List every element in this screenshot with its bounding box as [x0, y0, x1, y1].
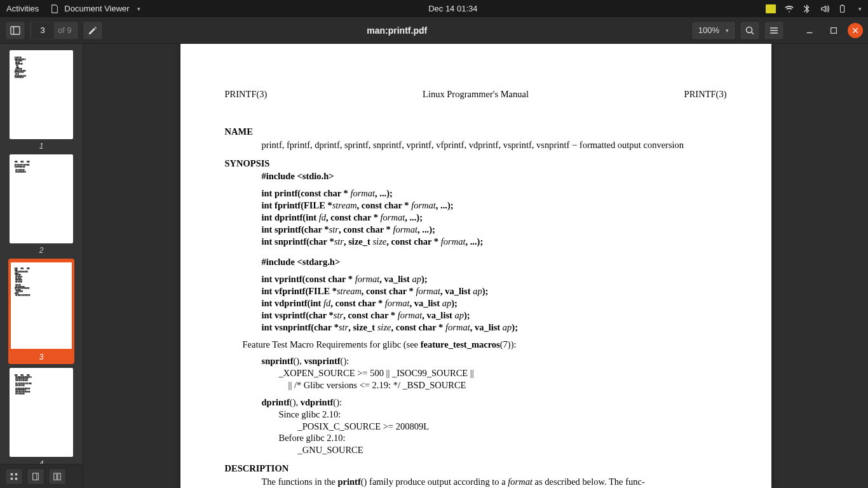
ftm-line: || /* Glibc versions <= 2.19: */ _BSD_SO… [288, 379, 727, 391]
bluetooth-icon[interactable] [803, 4, 811, 13]
wifi-icon[interactable] [785, 4, 794, 13]
annotate-button[interactable] [83, 21, 103, 40]
section-heading: DESCRIPTION [225, 463, 727, 475]
thumbnail-page[interactable]: ███ ███ ██████ ██ █ ███ ██ ███████ ███ █… [8, 259, 74, 364]
svg-point-4 [747, 27, 752, 32]
section-heading: NAME [225, 126, 727, 138]
synopsis-line: int dprintf(int fd, const char * format,… [262, 212, 727, 224]
svg-rect-7 [831, 27, 837, 33]
ftm-line: _POSIX_C_SOURCE >= 200809L [298, 421, 727, 433]
thumbnail-sidebar: █ ███ ██████ ███ ██ █ ██ █ ███ ██ ██ ███… [0, 44, 83, 488]
system-menu-icon[interactable]: ▾ [858, 6, 862, 12]
app-menu[interactable]: Document Viewer ▾ [50, 4, 140, 13]
synopsis-line: int printf(const char * format, ...); [262, 187, 727, 200]
ftm-line: _XOPEN_SOURCE >= 500 || _ISOC99_SOURCE |… [279, 367, 727, 379]
svg-line-5 [752, 32, 754, 34]
main-area: █ ███ ██████ ███ ██ █ ██ █ ███ ██ ██ ███… [0, 44, 868, 488]
minimize-button[interactable] [799, 21, 820, 40]
maximize-button[interactable] [824, 21, 844, 40]
svg-rect-1 [841, 4, 843, 5]
app-menu-label: Document Viewer [64, 4, 129, 13]
svg-rect-12 [33, 473, 39, 480]
document-page: PRINTF(3) Linux Programmer's Manual PRIN… [180, 44, 771, 488]
page-header-left: PRINTF(3) [225, 88, 268, 100]
svg-rect-0 [841, 5, 844, 12]
activities-button[interactable]: Activities [6, 4, 39, 13]
close-button[interactable] [848, 23, 863, 38]
thumbnail-page[interactable]: █ ███ ██████ ███ ██ █ ██ █ ███ ██ ██ ███… [8, 50, 74, 151]
view-thumbnails-button[interactable] [5, 468, 23, 485]
section-heading: SYNOPSIS [225, 158, 727, 170]
include-directive: #include <stdio.h> [262, 171, 334, 181]
zoom-label: 100% [698, 25, 719, 35]
view-annotations-button[interactable] [48, 468, 66, 485]
page-header-center: Linux Programmer's Manual [423, 88, 529, 100]
synopsis-line: int vfprintf(FILE *stream, const char * … [262, 285, 727, 297]
page-header-right: PRINTF(3) [684, 88, 727, 100]
thumbnail-page[interactable]: ███ ███ ███ ██ ███ █ ██ ███ ██ █ █ ██ ██… [8, 368, 74, 464]
svg-rect-15 [58, 473, 60, 480]
description-body: The functions in the printf() family pro… [262, 476, 727, 488]
document-icon [50, 4, 59, 13]
synopsis-line: int fprintf(FILE *stream, const char * f… [262, 200, 727, 212]
search-button[interactable] [740, 21, 760, 40]
view-outline-button[interactable] [27, 468, 44, 485]
svg-rect-8 [11, 473, 13, 475]
synopsis-line: int sprintf(char *str, const char * form… [262, 224, 727, 236]
synopsis-line: int snprintf(char *str, size_t size, con… [262, 236, 727, 248]
svg-rect-11 [15, 477, 18, 480]
svg-rect-10 [11, 477, 13, 480]
page-total-label: of 9 [55, 25, 78, 35]
ftm-funcs: dprintf(), vdprintf(): [262, 396, 727, 409]
chevron-down-icon: ▾ [726, 27, 729, 34]
thumbnail-label: 1 [39, 142, 44, 151]
sidebar-view-switcher [0, 464, 83, 488]
svg-rect-14 [54, 473, 57, 480]
thumbnail-label: 4 [39, 459, 44, 464]
zoom-selector[interactable]: 100% ▾ [691, 21, 736, 40]
hamburger-menu-button[interactable] [764, 21, 784, 40]
page-number-input[interactable] [31, 22, 54, 39]
include-directive: #include <stdarg.h> [262, 257, 341, 267]
volume-icon[interactable] [820, 4, 829, 13]
ftm-intro: Feature Test Macro Requirements for glib… [243, 339, 727, 351]
clock[interactable]: Dec 14 01:34 [140, 4, 766, 13]
synopsis-line: int vdprintf(int fd, const char * format… [262, 297, 727, 309]
ftm-line: _GNU_SOURCE [298, 444, 727, 456]
name-body: printf, fprintf, dprintf, sprintf, snpri… [262, 139, 727, 151]
synopsis-line: int vsprintf(char *str, const char * for… [262, 309, 727, 322]
thumbnail-list[interactable]: █ ███ ██████ ███ ██ █ ██ █ ███ ██ ██ ███… [0, 44, 83, 464]
ftm-line: Before glibc 2.10: [279, 432, 727, 444]
notification-indicator-icon[interactable] [766, 4, 776, 13]
svg-rect-9 [15, 473, 18, 475]
gnome-topbar: Activities Document Viewer ▾ Dec 14 01:3… [0, 0, 868, 17]
ftm-line: Since glibc 2.10: [279, 409, 727, 421]
svg-rect-2 [11, 27, 20, 34]
battery-icon[interactable] [838, 4, 847, 13]
app-toolbar: of 9 man:printf.pdf 100% ▾ [0, 17, 868, 44]
thumbnail-label: 2 [39, 246, 44, 255]
thumbnail-page[interactable]: ███ ███ █████ ███ ██ █ ██ ████ ██ ███ █ … [8, 154, 74, 255]
synopsis-line: int vsnprintf(char *str, size_t size, co… [262, 322, 727, 334]
page-selector: of 9 [29, 21, 79, 40]
document-viewport[interactable]: PRINTF(3) Linux Programmer's Manual PRIN… [83, 44, 868, 488]
toggle-sidebar-button[interactable] [5, 21, 25, 40]
document-title: man:printf.pdf [107, 25, 688, 36]
synopsis-line: int vprintf(const char * format, va_list… [262, 273, 727, 285]
thumbnail-label: 3 [39, 353, 44, 362]
ftm-funcs: snprintf(), vsnprintf(): [262, 355, 727, 367]
